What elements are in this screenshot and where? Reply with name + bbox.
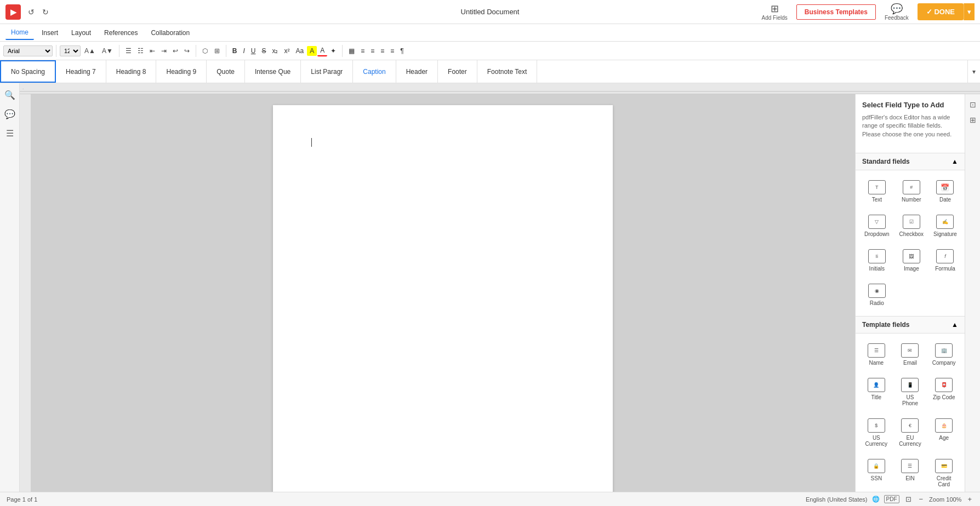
fit-width-button[interactable]: ⊡ [904, 495, 913, 503]
strikethrough-button[interactable]: S [259, 46, 269, 56]
unordered-list-button[interactable]: ☰ [123, 45, 134, 56]
field-name[interactable]: ☰ Name [862, 340, 891, 369]
decrease-indent-button[interactable]: ↩ [170, 45, 181, 56]
style-footnote[interactable]: Footnote Text [477, 60, 538, 83]
document-page[interactable] [273, 105, 613, 492]
outdent-button[interactable]: ⇤ [147, 45, 158, 56]
field-ein[interactable]: ☰ EIN [896, 456, 925, 491]
field-initials-label: Initials [869, 266, 885, 272]
field-signature[interactable]: ✍ Signature [931, 211, 959, 240]
field-us-phone[interactable]: 📱 US Phone [896, 375, 925, 410]
panel-collapse-icon[interactable]: ⊡ [968, 99, 978, 111]
field-us-currency[interactable]: $ US Currency [862, 415, 891, 450]
panel-expand-icon[interactable]: ⊞ [968, 114, 978, 126]
field-email[interactable]: ✉ Email [896, 340, 925, 369]
field-ssn[interactable]: 🔒 SSN [862, 456, 891, 491]
font-color-button[interactable]: A [317, 45, 327, 56]
style-intense-quote[interactable]: Intense Que [245, 60, 301, 83]
style-footer[interactable]: Footer [438, 60, 477, 83]
menu-references[interactable]: References [99, 26, 143, 39]
field-number-label: Number [902, 197, 921, 203]
style-quote[interactable]: Quote [207, 60, 245, 83]
field-formula[interactable]: f Formula [931, 246, 959, 275]
increase-indent-button[interactable]: ↪ [181, 45, 192, 56]
field-age[interactable]: 🎂 Age [930, 415, 958, 450]
font-case-button[interactable]: Aa [293, 46, 306, 56]
increase-font-button[interactable]: A▲ [82, 45, 98, 56]
field-eu-currency[interactable]: € EU Currency [896, 415, 925, 450]
style-header[interactable]: Header [396, 60, 438, 83]
style-list-para[interactable]: List Paragr [301, 60, 353, 83]
field-checkbox-label: Checkbox [899, 231, 924, 237]
style-caption[interactable]: Caption [353, 60, 396, 83]
decrease-font-button[interactable]: A▼ [99, 45, 116, 56]
field-image[interactable]: 🖼 Image [897, 246, 926, 275]
field-radio[interactable]: ◉ Radio [862, 280, 892, 309]
field-company[interactable]: 🏢 Company [930, 340, 958, 369]
template-fields-collapse-icon: ▲ [951, 321, 958, 329]
field-eu-currency-icon: € [901, 418, 919, 433]
superscript-button[interactable]: x² [281, 46, 292, 56]
shading-button[interactable]: ▦ [346, 46, 357, 56]
shapes-button[interactable]: ⬡ [200, 45, 210, 56]
zoom-in-button[interactable]: + [966, 495, 973, 503]
done-button[interactable]: ✓ DONE [918, 3, 964, 20]
feedback-button[interactable]: 💬 Feedback [880, 1, 913, 23]
field-date[interactable]: 📅 Date [931, 177, 959, 206]
style-no-spacing[interactable]: No Spacing [0, 60, 56, 83]
ordered-list-button[interactable]: ☷ [135, 45, 146, 56]
field-text[interactable]: T Text [862, 177, 892, 206]
document-title: Untitled Document [461, 8, 520, 16]
font-size-select[interactable]: 810121416182436 [60, 45, 81, 56]
field-initials[interactable]: Ii Initials [862, 246, 892, 275]
menu-layout[interactable]: Layout [66, 26, 96, 39]
field-credit-card[interactable]: 💳 Credit Card [930, 456, 958, 491]
style-heading8[interactable]: Heading 8 [106, 60, 157, 83]
underline-button[interactable]: U [248, 46, 259, 56]
sidebar-search-icon[interactable]: 🔍 [2, 88, 18, 102]
field-dropdown[interactable]: ▽ Dropdown [862, 211, 892, 240]
sidebar-comment-icon[interactable]: 💬 [2, 107, 18, 122]
insert-button[interactable]: ⊞ [212, 45, 223, 56]
field-us-currency-icon: $ [868, 418, 885, 433]
sidebar-list-icon[interactable]: ☰ [4, 126, 16, 141]
style-heading9[interactable]: Heading 9 [156, 60, 207, 83]
field-checkbox[interactable]: ☑ Checkbox [897, 211, 926, 240]
list-group: ☰ ☷ ⇤ ⇥ ↩ ↪ [123, 45, 192, 56]
document-canvas[interactable] [31, 94, 855, 492]
standard-fields-section-header[interactable]: Standard fields ▲ [856, 153, 965, 170]
style-bar-more-button[interactable]: ▾ [967, 60, 980, 83]
align-left-button[interactable]: ≡ [358, 46, 367, 56]
menu-insert[interactable]: Insert [36, 26, 64, 39]
redo-button[interactable]: ↻ [39, 7, 52, 18]
field-zip-code-label: Zip Code [933, 394, 955, 400]
field-number[interactable]: # Number [897, 177, 926, 206]
subscript-button[interactable]: x₂ [269, 46, 281, 56]
bold-button[interactable]: B [230, 46, 240, 56]
align-center-button[interactable]: ≡ [368, 46, 377, 56]
justify-button[interactable]: ≡ [388, 46, 397, 56]
business-templates-button[interactable]: Business Templates [796, 4, 876, 20]
field-ssn-icon: 🔒 [868, 459, 885, 473]
field-zip-code-icon: 📮 [935, 378, 953, 392]
menu-collaboration[interactable]: Collaboration [145, 26, 195, 39]
add-fields-button[interactable]: ⊞ Add Fields [757, 1, 792, 23]
align-right-button[interactable]: ≡ [378, 46, 387, 56]
field-zip-code[interactable]: 📮 Zip Code [930, 375, 958, 410]
highlight-button[interactable]: A [307, 46, 317, 56]
right-mini-panel: ⊡ ⊞ [965, 94, 980, 492]
field-title[interactable]: 👤 Title [862, 375, 891, 410]
status-bar: Page 1 of 1 English (United States) 🌐 PD… [0, 492, 980, 506]
indent-button[interactable]: ⇥ [158, 45, 169, 56]
pilcrow-button[interactable]: ¶ [397, 46, 406, 56]
title-bar: ▶ ↺ ↻ Untitled Document ⊞ Add Fields Bus… [0, 0, 980, 24]
style-heading7[interactable]: Heading 7 [56, 60, 106, 83]
done-dropdown-button[interactable]: ▾ [964, 3, 975, 20]
zoom-out-button[interactable]: − [918, 495, 925, 503]
menu-home[interactable]: Home [5, 26, 34, 40]
font-family-select[interactable]: Arial Times New Roman Calibri [3, 45, 53, 56]
more-format-button[interactable]: ✦ [328, 46, 339, 56]
italic-button[interactable]: I [240, 46, 247, 56]
undo-button[interactable]: ↺ [25, 7, 37, 18]
template-fields-section-header[interactable]: Template fields ▲ [856, 316, 965, 334]
